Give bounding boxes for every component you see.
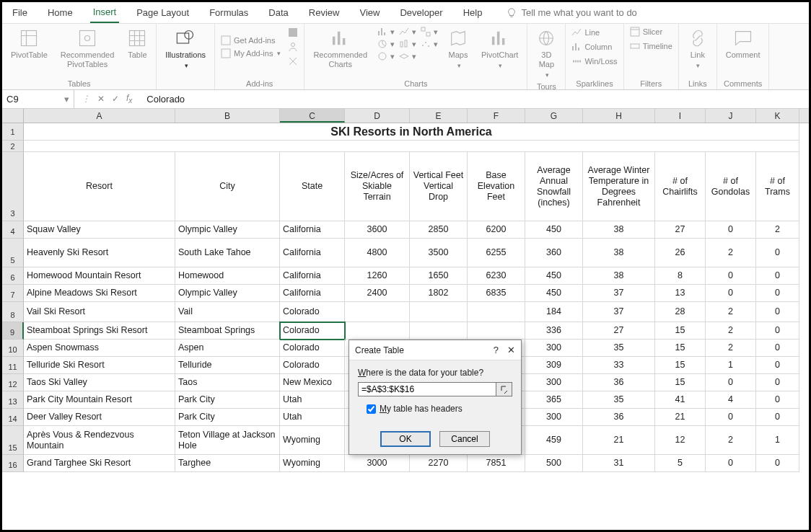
cell[interactable]: 1650 xyxy=(410,267,468,285)
cell[interactable]: 365 xyxy=(525,391,583,409)
cell[interactable]: 31 xyxy=(583,455,655,472)
cell[interactable]: 27 xyxy=(583,322,655,340)
cell[interactable]: 300 xyxy=(525,340,583,357)
cell[interactable]: 2270 xyxy=(410,455,468,472)
cell[interactable]: 2 xyxy=(706,302,756,322)
col-header[interactable]: B xyxy=(175,109,280,123)
cell[interactable]: 0 xyxy=(706,221,756,239)
recommended-pivottables-button[interactable]: Recommended PivotTables xyxy=(58,27,118,71)
ok-button[interactable]: OK xyxy=(380,431,431,447)
cell[interactable]: 0 xyxy=(706,374,756,391)
illustrations-button[interactable]: Illustrations▾ xyxy=(162,27,209,71)
cell[interactable]: Deer Valley Resort xyxy=(24,409,175,426)
surface-chart-icon[interactable]: ▾ xyxy=(399,51,416,61)
header-cell[interactable]: City xyxy=(175,152,280,221)
cell[interactable]: 1 xyxy=(706,357,756,374)
cell[interactable]: 0 xyxy=(706,267,756,285)
close-icon[interactable]: ✕ xyxy=(507,345,515,355)
header-cell[interactable]: # of Trams xyxy=(756,152,799,221)
cell[interactable]: California xyxy=(280,267,345,285)
tab-file[interactable]: File xyxy=(9,3,30,22)
cell[interactable]: Homewood xyxy=(175,267,280,285)
cell[interactable]: 0 xyxy=(706,409,756,426)
maps-button[interactable]: Maps▾ xyxy=(445,27,471,71)
cell[interactable]: 3500 xyxy=(410,239,468,267)
cell[interactable]: 6835 xyxy=(468,285,525,302)
row-header[interactable]: 5 xyxy=(2,239,24,267)
cell[interactable]: 0 xyxy=(756,285,799,302)
cell[interactable]: 36 xyxy=(583,374,655,391)
tab-insert[interactable]: Insert xyxy=(90,2,120,23)
header-cell[interactable]: Vertical Feet Vertical Drop xyxy=(410,152,468,221)
enter-formula-icon[interactable]: ✓ xyxy=(112,94,119,104)
cell[interactable]: Olympic Valley xyxy=(175,285,280,302)
cell[interactable]: 450 xyxy=(525,267,583,285)
col-header[interactable]: H xyxy=(583,109,655,123)
tab-formulas[interactable]: Formulas xyxy=(206,3,251,22)
cell[interactable]: Utah xyxy=(280,409,345,426)
pie-chart-icon[interactable]: ▾ xyxy=(377,39,395,49)
cell[interactable]: 36 xyxy=(583,409,655,426)
cell[interactable] xyxy=(24,141,799,152)
cell[interactable]: 0 xyxy=(756,322,799,340)
cell[interactable]: Colorado xyxy=(280,322,345,340)
tab-review[interactable]: Review xyxy=(306,3,343,22)
line-chart-icon[interactable]: ▾ xyxy=(399,27,416,37)
cell[interactable]: 0 xyxy=(756,455,799,472)
cell[interactable]: 0 xyxy=(756,409,799,426)
cell[interactable]: 4800 xyxy=(345,239,410,267)
cell[interactable]: Vail xyxy=(175,302,280,322)
cell[interactable]: 2 xyxy=(706,322,756,340)
row-header[interactable]: 4 xyxy=(2,221,24,239)
row-header[interactable]: 8 xyxy=(2,302,24,322)
cell[interactable]: Park City Mountain Resort xyxy=(24,391,175,409)
cell[interactable]: 0 xyxy=(756,267,799,285)
cell[interactable]: Aspen xyxy=(175,340,280,357)
row-header[interactable]: 2 xyxy=(2,141,24,152)
row-header[interactable]: 11 xyxy=(2,357,24,374)
header-cell[interactable]: # of Chairlifts xyxy=(655,152,706,221)
cell[interactable]: 35 xyxy=(583,340,655,357)
cell[interactable]: 2400 xyxy=(345,285,410,302)
tell-me-search[interactable]: Tell me what you want to do xyxy=(507,7,636,18)
row-header[interactable]: 12 xyxy=(2,374,24,391)
col-header[interactable]: K xyxy=(756,109,799,123)
cell[interactable]: 3000 xyxy=(345,455,410,472)
cell[interactable]: 4 xyxy=(706,391,756,409)
cell[interactable] xyxy=(410,302,468,322)
cell[interactable]: Colorado xyxy=(280,357,345,374)
cancel-formula-icon[interactable]: ✕ xyxy=(97,94,105,104)
cancel-button[interactable]: Cancel xyxy=(439,431,490,447)
pivotchart-button[interactable]: PivotChart▾ xyxy=(478,27,521,71)
cell[interactable]: 1260 xyxy=(345,267,410,285)
cell[interactable]: 2 xyxy=(756,221,799,239)
cell[interactable]: 38 xyxy=(583,239,655,267)
cell[interactable]: 26 xyxy=(655,239,706,267)
row-header[interactable]: 15 xyxy=(2,426,24,455)
cell[interactable]: Heavenly Ski Resort xyxy=(24,239,175,267)
col-header[interactable]: F xyxy=(468,109,525,123)
cell[interactable]: South Lake Tahoe xyxy=(175,239,280,267)
cell[interactable]: 0 xyxy=(756,357,799,374)
cell[interactable]: 300 xyxy=(525,409,583,426)
cell[interactable]: 27 xyxy=(655,221,706,239)
cell[interactable]: California xyxy=(280,239,345,267)
cell[interactable]: 0 xyxy=(706,285,756,302)
header-cell[interactable]: Resort xyxy=(24,152,175,221)
cell[interactable]: Telluride Ski Resort xyxy=(24,357,175,374)
sparkline-column-button[interactable]: Column xyxy=(571,42,617,52)
cell[interactable]: California xyxy=(280,221,345,239)
cell[interactable]: 6200 xyxy=(468,221,525,239)
cell[interactable]: Alpine Meadows Ski Resort xyxy=(24,285,175,302)
table-button[interactable]: Table xyxy=(124,27,150,61)
header-cell[interactable]: # of Gondolas xyxy=(706,152,756,221)
cell[interactable]: 336 xyxy=(525,322,583,340)
select-all-corner[interactable] xyxy=(2,109,24,123)
recommended-charts-button[interactable]: Recommended Charts xyxy=(310,27,370,71)
pivottable-button[interactable]: PivotTable xyxy=(8,27,51,61)
headers-checkbox[interactable]: My table has headers xyxy=(367,404,512,414)
scatter-chart-icon[interactable]: ▾ xyxy=(421,39,438,49)
bing-maps-icon[interactable] xyxy=(288,27,298,37)
cell[interactable]: 2 xyxy=(706,239,756,267)
cell[interactable]: Targhee xyxy=(175,455,280,472)
